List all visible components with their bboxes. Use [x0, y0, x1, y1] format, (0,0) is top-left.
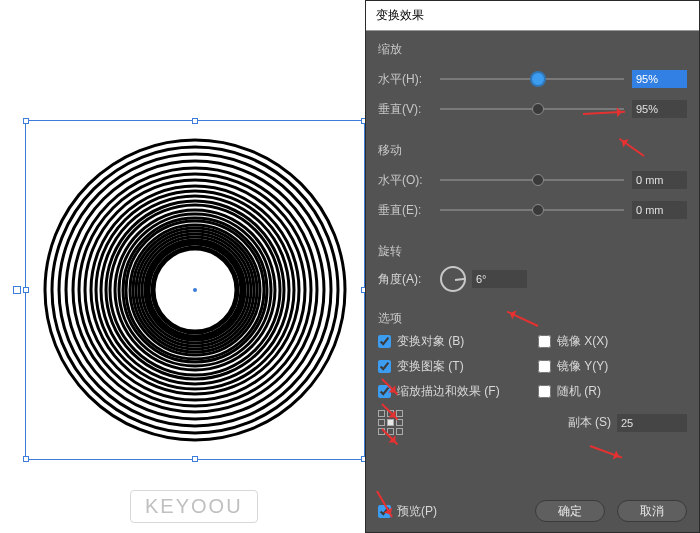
move-h-label: 水平(O): [378, 172, 440, 189]
move-vertical-row: 垂直(E): [378, 195, 687, 225]
move-v-value[interactable] [632, 201, 687, 219]
cancel-button[interactable]: 取消 [617, 500, 687, 522]
scale-h-value[interactable] [632, 70, 687, 88]
scale-v-label: 垂直(V): [378, 101, 440, 118]
angle-label: 角度(A): [378, 271, 440, 288]
chk-random[interactable]: 随机 (R) [538, 383, 678, 400]
angle-dial[interactable] [440, 266, 466, 292]
handle-bot-mid[interactable] [192, 456, 198, 462]
dialog-title: 变换效果 [366, 1, 699, 31]
ok-button[interactable]: 确定 [535, 500, 605, 522]
scale-horizontal-row: 水平(H): [378, 64, 687, 94]
copies-value[interactable] [617, 414, 687, 432]
scale-v-slider[interactable] [440, 108, 624, 110]
move-h-value[interactable] [632, 171, 687, 189]
side-handle-left[interactable] [13, 286, 21, 294]
scale-h-slider[interactable] [440, 78, 624, 80]
svg-point-20 [142, 237, 248, 343]
svg-point-23 [149, 244, 241, 336]
options-section: 选项 变换对象 (B) 镜像 X(X) 变换图案 (T) 镜像 Y(Y) 缩放描… [378, 310, 687, 435]
scale-vertical-row: 垂直(V): [378, 94, 687, 124]
spiral-artwork [41, 136, 349, 444]
handle-top-mid[interactable] [192, 118, 198, 124]
chk-transform-object[interactable]: 变换对象 (B) [378, 333, 538, 350]
watermark-logo: KEYOOU [130, 490, 258, 523]
chk-mirror-y[interactable]: 镜像 Y(Y) [538, 358, 678, 375]
svg-point-22 [147, 242, 243, 338]
svg-point-24 [152, 247, 238, 333]
move-horizontal-row: 水平(O): [378, 165, 687, 195]
scale-label: 缩放 [378, 41, 687, 58]
move-label: 移动 [378, 142, 687, 159]
scale-h-label: 水平(H): [378, 71, 440, 88]
chk-transform-pattern[interactable]: 变换图案 (T) [378, 358, 538, 375]
rotate-label: 旋转 [378, 243, 687, 260]
canvas-selection[interactable] [25, 120, 365, 460]
dialog-footer: 预览(P) 确定 取消 [378, 500, 687, 522]
move-v-slider[interactable] [440, 209, 624, 211]
transform-effect-dialog: 变换效果 缩放 水平(H): 垂直(V): 移动 水平(O): 垂直(E): 旋… [365, 0, 700, 533]
rotate-section: 旋转 角度(A): [378, 243, 687, 292]
move-h-slider[interactable] [440, 179, 624, 181]
scale-section: 缩放 水平(H): 垂直(V): [378, 41, 687, 124]
handle-bot-left[interactable] [23, 456, 29, 462]
scale-v-value[interactable] [632, 100, 687, 118]
copies-label: 副本 (S) [568, 414, 611, 431]
svg-point-25 [154, 249, 236, 331]
angle-value[interactable] [472, 270, 527, 288]
move-v-label: 垂直(E): [378, 202, 440, 219]
handle-top-left[interactable] [23, 118, 29, 124]
handle-mid-left[interactable] [23, 287, 29, 293]
chk-mirror-x[interactable]: 镜像 X(X) [538, 333, 678, 350]
svg-point-19 [139, 234, 251, 346]
